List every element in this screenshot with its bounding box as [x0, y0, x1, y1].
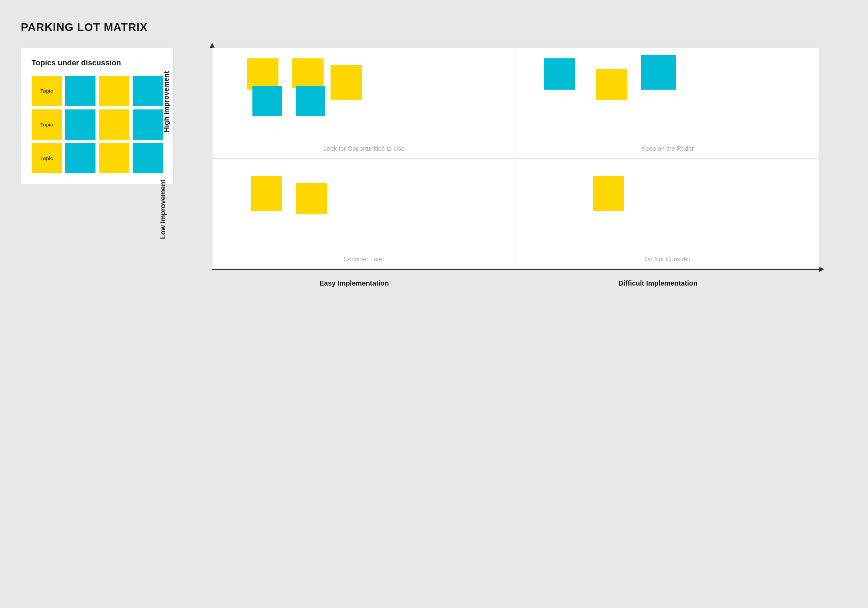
page: PARKING LOT MATRIX Topics under discussi… [0, 0, 868, 291]
sticky-q-top-right-2[interactable] [641, 55, 676, 90]
topic-card-1 [65, 76, 96, 106]
y-axis-bottom-label: Low Improvement [132, 155, 194, 263]
sticky-q-top-left-1[interactable] [292, 58, 324, 88]
topic-card-0: Topic [32, 76, 62, 106]
x-axis-left-label: Easy Implementation [212, 279, 496, 287]
quadrant-top-right: Keep on the Radar [516, 48, 820, 159]
quadrant-top-left: Look for Opportunities to Use [212, 48, 516, 159]
topic-card-6 [99, 109, 129, 140]
quadrant-bottom-right: Do Not Consider [516, 159, 820, 269]
main-layout: Topics under discussion TopicTopicTopic … [21, 48, 847, 270]
quadrant-top-left-label: Look for Opportunities to Use [212, 145, 516, 152]
topic-card-8: Topic [32, 143, 62, 173]
quadrant-bottom-left: Consider Later [212, 159, 516, 269]
quadrants: Look for Opportunities to Use Keep on th… [212, 48, 819, 269]
quadrant-bottom-right-label: Do Not Consider [516, 256, 819, 263]
quadrant-bottom-left-label: Consider Later [212, 256, 516, 263]
topic-card-5 [65, 109, 96, 140]
sticky-q-top-left-2[interactable] [330, 65, 362, 100]
sticky-q-bottom-left-1[interactable] [296, 183, 327, 215]
sticky-q-top-right-0[interactable] [544, 58, 575, 90]
quadrant-top-right-label: Keep on the Radar [516, 145, 819, 152]
page-title: PARKING LOT MATRIX [21, 21, 847, 34]
sticky-q-bottom-right-0[interactable] [593, 176, 624, 211]
topic-card-9 [65, 143, 96, 173]
x-axis-right-label: Difficult Implementation [496, 279, 819, 287]
matrix-container: High Improvement Low Improvement Look fo… [194, 48, 819, 270]
sticky-q-top-left-4[interactable] [296, 86, 326, 116]
topic-card-10 [99, 143, 129, 173]
sticky-q-bottom-left-0[interactable] [251, 176, 282, 211]
sticky-q-top-left-3[interactable] [253, 86, 282, 116]
topic-card-2 [99, 76, 129, 106]
sticky-q-top-right-1[interactable] [596, 69, 628, 100]
x-axis [212, 269, 819, 270]
sticky-q-top-left-0[interactable] [247, 58, 279, 90]
topic-card-4: Topic [32, 109, 62, 140]
matrix-area: High Improvement Low Improvement Look fo… [194, 48, 847, 270]
y-axis-top-label: High Improvement [139, 48, 194, 155]
